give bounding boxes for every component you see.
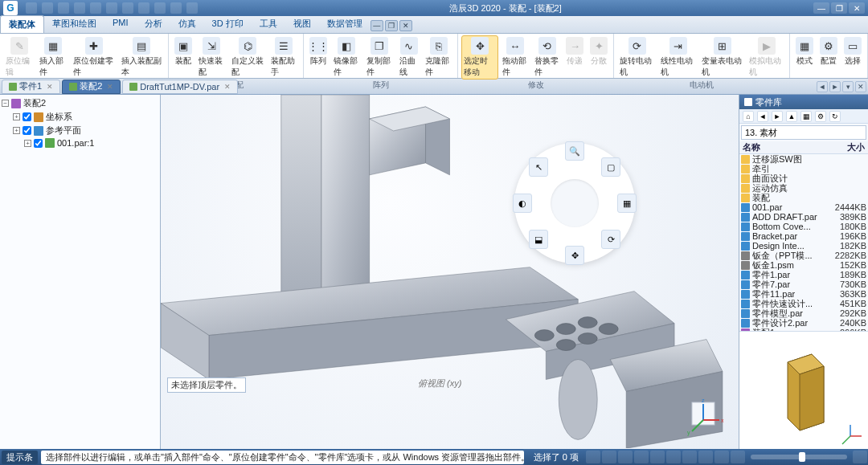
qat-save-icon[interactable] [26,2,37,14]
ribbon-tab[interactable]: 3D 打印 [204,15,252,33]
status-btn[interactable] [602,451,616,463]
qat-btn[interactable] [74,2,85,14]
ribbon-button[interactable]: ◧镜像部件 [331,35,362,80]
radial-section-icon[interactable]: ⬓ [529,230,548,249]
ribbon-tab[interactable]: 分析 [137,15,170,33]
parts-view-button[interactable]: ▦ [800,111,812,122]
status-btn[interactable] [650,451,665,463]
status-btn[interactable] [586,451,600,463]
doc-tab-prev-button[interactable]: ◄ [817,81,828,92]
parts-refresh-button[interactable]: ↻ [829,111,841,122]
ribbon-button[interactable]: ⇥线性电动机 [658,35,698,80]
ribbon-button[interactable]: ▦模式 [793,35,816,68]
ribbon-button[interactable]: ✚原位创建零件 [71,35,117,80]
qat-redo-icon[interactable] [58,2,69,14]
ribbon-button[interactable]: ⚙配置 [817,35,840,68]
qat-btn[interactable] [170,2,182,14]
ribbon-tab[interactable]: 数据管理 [319,15,371,33]
ribbon-button[interactable]: ▭选择 [841,35,864,68]
qat-btn[interactable] [106,2,117,14]
ribbon-button[interactable]: ▤插入装配副本 [119,35,165,80]
parts-col-size[interactable]: 大小 [833,141,868,153]
qat-btn[interactable] [122,2,133,14]
window-maximize-button[interactable]: ❐ [831,2,847,14]
tree-item[interactable]: +坐标系 [2,110,158,124]
list-item[interactable]: 零件快速设计...451KB [739,299,868,308]
ribbon-tab[interactable]: 工具 [252,15,285,33]
document-tab[interactable]: 零件1✕ [2,80,60,94]
list-item[interactable]: 零件模型.par292KB [739,308,868,318]
tree-root[interactable]: − 装配2 [2,96,158,110]
status-btn[interactable] [682,451,697,463]
tree-item[interactable]: +参考平面 [2,124,158,137]
expand-icon[interactable]: + [13,113,20,120]
list-item[interactable]: Bottom Cove...180KB [739,222,868,231]
doc-tab-menu-button[interactable]: ▾ [842,81,854,92]
tree-checkbox[interactable] [23,126,31,135]
list-item[interactable]: 迁移源SW图 [739,154,868,164]
ribbon-button[interactable]: ∿沿曲线 [397,35,422,80]
ribbon-button[interactable]: ⋮⋮阵列 [307,35,330,80]
list-item[interactable]: 装配 [739,193,868,202]
viewport[interactable]: 未选择顶层零件。 俯视图 (xy) 🔍 ▢ ▦ ⟳ ✥ ⬓ ◐ ↖ x z y [161,95,739,449]
ribbon-tab[interactable]: 视图 [285,15,319,33]
list-item[interactable]: Design Inte...182KB [739,241,868,251]
list-item[interactable]: 钣金1.psm152KB [739,260,868,270]
ribbon-button[interactable]: ▣装配 [172,35,194,80]
status-btn[interactable] [666,451,681,463]
list-item[interactable]: 001.par2444KB [739,202,868,212]
parts-back-button[interactable]: ◄ [757,111,768,122]
close-icon[interactable]: ✕ [47,83,53,91]
mdi-minimize-button[interactable]: — [371,20,383,31]
radial-zoom-icon[interactable]: 🔍 [565,141,584,161]
close-icon[interactable]: ✕ [224,83,231,91]
ribbon-button[interactable]: ✥选定时移动 [461,35,498,80]
ribbon-button[interactable]: ⟳旋转电动机 [617,35,657,80]
parts-col-name[interactable]: 名称 [739,141,833,153]
status-btn[interactable] [618,451,633,463]
zoom-thumb[interactable] [799,452,805,462]
view-triad[interactable]: x z y [686,396,726,436]
list-item[interactable]: Bracket.par196KB [739,231,868,241]
list-item[interactable]: 曲面设计 [739,173,868,183]
mdi-maximize-button[interactable]: ❐ [385,20,398,31]
qat-btn[interactable] [186,2,198,14]
ribbon-button[interactable]: ⇲快速装配 [196,35,227,80]
document-tab[interactable]: 装配2✕ [62,80,121,94]
doc-tab-next-button[interactable]: ► [829,81,841,92]
list-item[interactable]: 零件设计2.par240KB [739,318,868,328]
document-tab[interactable]: DraftTut1MP-DV.par✕ [122,80,238,94]
radial-menu[interactable]: 🔍 ▢ ▦ ⟳ ✥ ⬓ ◐ ↖ [506,135,643,271]
ribbon-tab[interactable]: 仿真 [170,15,204,33]
radial-shade-icon[interactable]: ◐ [513,194,532,213]
ribbon-button[interactable]: ▦插入部件 [37,35,69,80]
qat-btn[interactable] [154,2,166,14]
parts-fwd-button[interactable]: ► [772,111,783,122]
ribbon-button[interactable]: ⊞变量表电动机 [699,35,745,80]
close-icon[interactable]: ✕ [107,83,113,91]
status-btn[interactable] [731,451,745,463]
ribbon-tab[interactable]: PMI [104,15,137,33]
tree-checkbox[interactable] [34,139,43,148]
expand-icon[interactable]: − [2,100,9,107]
ribbon-button[interactable]: ↔拖动部件 [500,35,530,80]
list-item[interactable]: 零件11.par363KB [739,289,868,299]
radial-pan-icon[interactable]: ✥ [565,246,584,265]
list-item[interactable]: 零件7.par730KB [739,279,868,289]
radial-fit-icon[interactable]: ▢ [601,157,620,177]
ribbon-tab[interactable]: 草图和绘图 [44,15,104,33]
ribbon-button[interactable]: ❐复制部件 [364,35,395,80]
ribbon-button[interactable]: ⌬自定义装配 [229,35,267,80]
status-btn[interactable] [714,451,729,463]
parts-config-button[interactable]: ⚙ [815,111,826,122]
ribbon-button[interactable]: ⎘克隆部件 [423,35,454,80]
radial-rotate-icon[interactable]: ⟳ [601,230,620,249]
parts-breadcrumb[interactable]: 13. 素材 [741,125,866,140]
ribbon-button[interactable]: ⟲替换零件 [532,35,563,80]
parts-home-button[interactable]: ⌂ [743,111,754,122]
radial-view-icon[interactable]: ▦ [617,194,637,213]
radial-select-icon[interactable]: ↖ [529,157,548,177]
status-btn[interactable] [698,451,713,463]
mdi-close-button[interactable]: ✕ [399,20,412,31]
status-btn[interactable] [634,451,649,463]
